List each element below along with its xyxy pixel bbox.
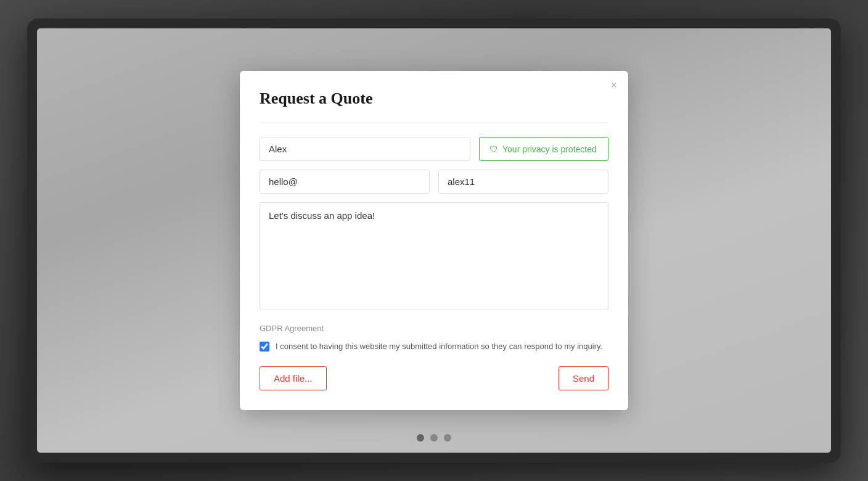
form-row-email — [260, 170, 608, 194]
message-textarea[interactable]: Let's discuss an app idea! — [260, 202, 608, 310]
username-input[interactable] — [438, 170, 608, 194]
privacy-badge: 🛡 Your privacy is protected — [479, 137, 608, 161]
modal-overlay: × Request a Quote 🛡 Your privacy is prot… — [37, 28, 831, 453]
email-input[interactable] — [260, 170, 430, 194]
send-button[interactable]: Send — [559, 366, 608, 390]
name-input[interactable] — [260, 137, 470, 161]
form-row-name: 🛡 Your privacy is protected — [260, 137, 608, 161]
gdpr-checkbox[interactable] — [260, 342, 269, 352]
add-file-button[interactable]: Add file... — [260, 366, 327, 390]
laptop-screen: × Request a Quote 🛡 Your privacy is prot… — [37, 28, 831, 453]
gdpr-label: GDPR Agreement — [260, 324, 608, 333]
modal-divider — [260, 123, 608, 123]
form-actions: Add file... Send — [260, 366, 608, 390]
gdpr-row: I consent to having this website my subm… — [260, 340, 608, 353]
request-quote-modal: × Request a Quote 🛡 Your privacy is prot… — [240, 71, 628, 410]
close-button[interactable]: × — [610, 80, 617, 91]
laptop-frame: × Request a Quote 🛡 Your privacy is prot… — [27, 18, 841, 462]
modal-title: Request a Quote — [260, 89, 608, 108]
gdpr-text: I consent to having this website my subm… — [276, 340, 602, 353]
shield-icon: 🛡 — [489, 144, 498, 154]
privacy-text: Your privacy is protected — [502, 144, 597, 154]
